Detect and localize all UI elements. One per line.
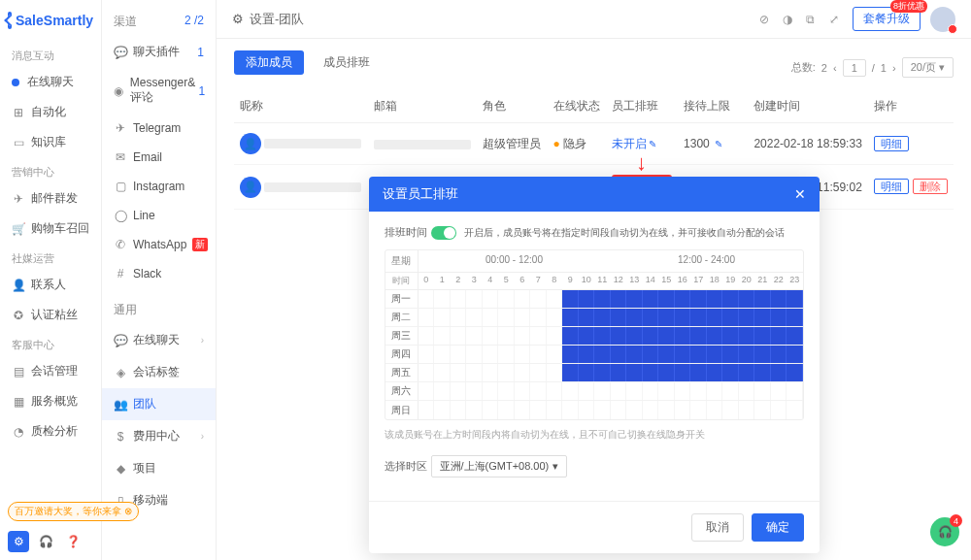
schedule-cell[interactable] — [771, 309, 787, 326]
channel-telegram[interactable]: ✈Telegram — [102, 114, 216, 143]
schedule-cell[interactable] — [530, 382, 547, 400]
schedule-cell[interactable] — [498, 364, 515, 381]
schedule-cell[interactable] — [547, 309, 563, 326]
schedule-cell[interactable] — [515, 309, 531, 326]
schedule-cell[interactable] — [419, 327, 435, 345]
schedule-cell[interactable] — [419, 290, 435, 308]
schedule-cell[interactable] — [611, 401, 627, 419]
schedule-cell[interactable] — [579, 327, 595, 345]
schedule-cell[interactable] — [675, 327, 691, 345]
schedule-cell[interactable] — [739, 364, 755, 381]
schedule-cell[interactable] — [419, 401, 435, 419]
cancel-button[interactable]: 取消 — [691, 513, 744, 542]
schedule-cell[interactable] — [675, 346, 691, 363]
schedule-cell[interactable] — [547, 327, 563, 345]
schedule-cell[interactable] — [771, 401, 787, 419]
edit-icon[interactable]: ✎ — [715, 139, 722, 149]
schedule-cell[interactable] — [643, 401, 659, 419]
sidebar-item-overview[interactable]: ▦服务概览 — [0, 386, 101, 416]
schedule-cell[interactable] — [515, 364, 531, 381]
schedule-cell[interactable] — [434, 327, 451, 345]
schedule-cell[interactable] — [579, 382, 595, 400]
schedule-cell[interactable] — [690, 346, 707, 363]
schedule-cell[interactable] — [594, 309, 611, 326]
check-icon[interactable]: ⊘ — [759, 13, 773, 26]
schedule-cell[interactable] — [547, 346, 563, 363]
schedule-cell[interactable] — [419, 346, 435, 363]
schedule-cell[interactable] — [754, 401, 771, 419]
schedule-cell[interactable] — [690, 290, 707, 308]
schedule-cell[interactable] — [530, 327, 547, 345]
schedule-cell[interactable] — [594, 364, 611, 381]
schedule-cell[interactable] — [722, 401, 739, 419]
tab-schedule[interactable]: 成员排班 — [312, 50, 382, 75]
detail-button[interactable]: 明细 — [874, 136, 909, 151]
schedule-cell[interactable] — [739, 346, 755, 363]
schedule-cell[interactable] — [611, 346, 627, 363]
schedule-cell[interactable] — [643, 309, 659, 326]
sidebar-item-kb[interactable]: ▭知识库 — [0, 127, 101, 157]
schedule-cell[interactable] — [675, 382, 691, 400]
schedule-cell[interactable] — [451, 290, 467, 308]
schedule-cell[interactable] — [787, 309, 803, 326]
schedule-cell[interactable] — [466, 290, 483, 308]
schedule-cell[interactable] — [675, 364, 691, 381]
schedule-cell[interactable] — [515, 290, 531, 308]
schedule-cell[interactable] — [466, 364, 483, 381]
schedule-cell[interactable] — [515, 382, 531, 400]
schedule-cell[interactable] — [658, 346, 675, 363]
schedule-cell[interactable] — [562, 346, 579, 363]
schedule-cell[interactable] — [530, 309, 547, 326]
support-fab[interactable]: 🎧4 — [930, 517, 959, 546]
schedule-cell[interactable] — [754, 327, 771, 345]
schedule-cell[interactable] — [483, 382, 499, 400]
schedule-cell[interactable] — [451, 401, 467, 419]
schedule-cell[interactable] — [658, 401, 675, 419]
schedule-cell[interactable] — [451, 346, 467, 363]
schedule-cell[interactable] — [562, 364, 579, 381]
schedule-cell[interactable] — [787, 401, 803, 419]
schedule-cell[interactable] — [707, 346, 723, 363]
schedule-cell[interactable] — [434, 401, 451, 419]
schedule-cell[interactable] — [579, 309, 595, 326]
schedule-cell[interactable] — [722, 364, 739, 381]
schedule-cell[interactable] — [498, 290, 515, 308]
sidebar-item-sessions[interactable]: ▤会话管理 — [0, 356, 101, 386]
page-input[interactable]: 1 — [843, 59, 866, 77]
schedule-cell[interactable] — [547, 401, 563, 419]
schedule-cell[interactable] — [754, 364, 771, 381]
schedule-cell[interactable] — [754, 290, 771, 308]
schedule-cell[interactable] — [515, 327, 531, 345]
schedule-cell[interactable] — [466, 327, 483, 345]
schedule-cell[interactable] — [594, 346, 611, 363]
schedule-cell[interactable] — [675, 290, 691, 308]
copy-icon[interactable]: ⧉ — [806, 13, 820, 26]
channel-line[interactable]: ◯Line — [102, 201, 216, 230]
schedule-cell[interactable] — [419, 382, 435, 400]
schedule-cell[interactable] — [626, 309, 643, 326]
general-project[interactable]: ◆项目 — [102, 452, 216, 484]
channel-messenger[interactable]: ◉Messenger&评论1 — [102, 68, 216, 114]
schedule-cell[interactable] — [434, 290, 451, 308]
schedule-cell[interactable] — [483, 290, 499, 308]
schedule-cell[interactable] — [498, 401, 515, 419]
schedule-cell[interactable] — [626, 401, 643, 419]
channel-instagram[interactable]: ▢Instagram — [102, 172, 216, 201]
schedule-cell[interactable] — [451, 327, 467, 345]
channel-email[interactable]: ✉Email — [102, 143, 216, 172]
schedule-cell[interactable] — [451, 364, 467, 381]
schedule-cell[interactable] — [562, 290, 579, 308]
schedule-cell[interactable] — [690, 382, 707, 400]
promo-banner[interactable]: 百万邀请大奖，等你来拿 ⊗ — [8, 502, 139, 521]
schedule-cell[interactable] — [466, 401, 483, 419]
schedule-cell[interactable] — [707, 364, 723, 381]
schedule-cell[interactable] — [579, 364, 595, 381]
schedule-cell[interactable] — [690, 401, 707, 419]
schedule-cell[interactable] — [739, 327, 755, 345]
timezone-select[interactable]: 亚洲/上海(GMT+08.00)▾ — [431, 455, 568, 478]
schedule-cell[interactable] — [530, 290, 547, 308]
schedule-cell[interactable] — [547, 290, 563, 308]
sidebar-item-qc[interactable]: ◔质检分析 — [0, 416, 101, 446]
schedule-cell[interactable] — [722, 382, 739, 400]
schedule-cell[interactable] — [771, 364, 787, 381]
